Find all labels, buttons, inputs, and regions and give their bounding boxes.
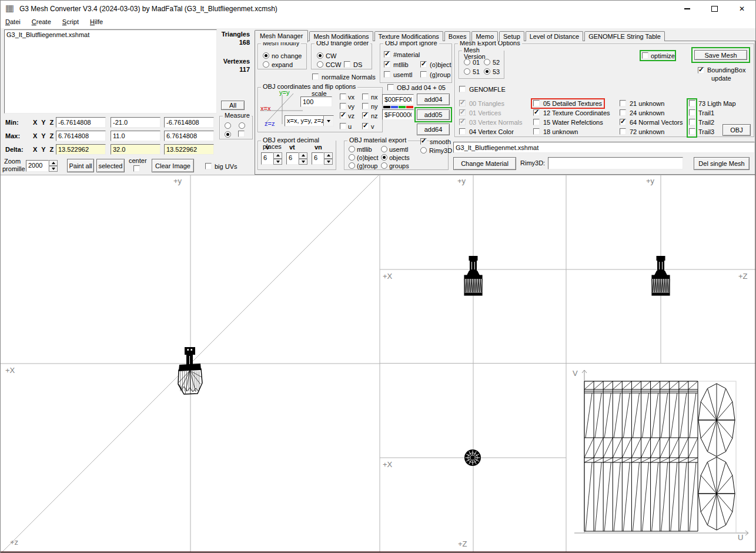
minimize-button[interactable] (674, 1, 701, 16)
mtllib-radio[interactable] (349, 146, 355, 152)
min-x-field[interactable] (56, 117, 106, 128)
flag-64-normal-vectors-checkbox[interactable] (620, 119, 626, 125)
cw-label[interactable]: CW (326, 52, 336, 59)
boundingbox-checkbox[interactable] (698, 67, 704, 74)
viewport-area[interactable]: +y +X +z +y +X +y +Z +X +Z V U (1, 175, 756, 553)
group-label[interactable]: (g)roup (430, 71, 450, 78)
u-checkbox[interactable] (340, 123, 346, 129)
vy-label[interactable]: vy (348, 103, 354, 110)
flag-trail2-checkbox[interactable] (689, 119, 695, 125)
usemtl-label[interactable]: usemtl (393, 71, 412, 78)
expand-radio[interactable] (263, 61, 269, 68)
optimize-label[interactable]: optimize (651, 52, 675, 59)
add05-button[interactable]: add05 (417, 109, 450, 120)
vx-label[interactable]: vx (348, 94, 354, 101)
flag-12-texture-coordinates-label[interactable]: 12 Texture Coordinates (543, 109, 610, 116)
usemtl-export-label[interactable]: usemtl (389, 146, 408, 153)
del-single-mesh-button[interactable]: Del single Mesh (694, 157, 750, 170)
group-radio[interactable] (349, 162, 355, 169)
flag-15-water-refelctions-label[interactable]: 15 Water Refelctions (543, 119, 603, 126)
tab-texture-modifications[interactable]: Texture Modifications (374, 31, 443, 41)
normalize-normals-checkbox[interactable] (312, 74, 319, 80)
rimy3d-radio[interactable] (420, 147, 427, 154)
max-x-field[interactable] (56, 131, 106, 141)
ds-label[interactable]: DS (353, 61, 362, 68)
usemtl-radio[interactable] (381, 146, 387, 152)
viewport-canvas[interactable] (1, 175, 756, 553)
measure-radio-1[interactable] (225, 122, 231, 129)
version-01-label[interactable]: 01 (473, 59, 480, 66)
cw-radio[interactable] (317, 52, 323, 59)
ccw-radio[interactable] (317, 61, 323, 68)
flag-24-unknown-checkbox[interactable] (620, 109, 626, 116)
big-uvs-label[interactable]: big UVs (215, 163, 237, 170)
no-change-label[interactable]: no change (272, 52, 302, 59)
rimy3d-export-label[interactable]: Rimy3D (429, 147, 452, 154)
usemtl-checkbox[interactable] (384, 71, 390, 78)
decimal-v-value[interactable]: 6 (261, 152, 273, 165)
mtllib-export-label[interactable]: mtllib (357, 146, 372, 153)
spin-down-icon[interactable] (49, 166, 58, 172)
close-button[interactable]: ✕ (728, 1, 755, 16)
smooth-checkbox[interactable] (420, 138, 427, 145)
smooth-label[interactable]: smooth (430, 138, 451, 145)
flag-24-unknown-label[interactable]: 24 unknown (630, 109, 664, 116)
spin-down-icon[interactable] (273, 159, 282, 165)
nx-checkbox[interactable] (362, 94, 369, 100)
flag-21-unknown-label[interactable]: 21 unknown (630, 100, 664, 107)
dropdown-arrow-icon[interactable] (323, 116, 333, 126)
object-checkbox[interactable] (420, 61, 427, 68)
measure-checkbox[interactable] (238, 131, 245, 137)
add64-button[interactable]: add64 (417, 124, 450, 135)
version-51-label[interactable]: 51 (473, 68, 480, 75)
tab-mesh-modifikations[interactable]: Mesh Modifikations (309, 31, 373, 41)
object-export-label[interactable]: (o)bject (357, 154, 379, 161)
version-52-radio[interactable] (484, 59, 490, 65)
group-export-label[interactable]: (g)roup (357, 162, 377, 169)
scale-field[interactable] (300, 96, 332, 107)
flag-trail1-checkbox[interactable] (689, 109, 695, 116)
nz-label[interactable]: nz (371, 112, 378, 119)
clear-image-button[interactable]: Clear Image (152, 159, 194, 172)
genomfle-checkbox[interactable] (459, 86, 466, 92)
tab-memo[interactable]: Memo (471, 31, 498, 41)
menu-hilfe[interactable]: Hilfe (85, 16, 108, 27)
boundingbox-label-line2[interactable]: update (711, 75, 731, 82)
flag-trail1-label[interactable]: Trail1 (698, 109, 714, 116)
expand-label[interactable]: expand (272, 61, 293, 68)
flag-64-normal-vectors-label[interactable]: 64 Normal Vectors (630, 119, 683, 126)
ny-checkbox[interactable] (362, 103, 369, 109)
rimy3d-field[interactable] (548, 157, 683, 169)
version-52-label[interactable]: 52 (493, 59, 500, 66)
flag-trail3-checkbox[interactable] (689, 128, 695, 135)
flag-trail2-label[interactable]: Trail2 (698, 119, 714, 126)
measure-radio-2[interactable] (239, 122, 245, 129)
vy-checkbox[interactable] (340, 103, 346, 109)
material-checkbox[interactable] (384, 51, 390, 58)
vz-checkbox[interactable] (340, 112, 346, 119)
menu-create[interactable]: Create (27, 16, 56, 27)
flag-72-unknown-checkbox[interactable] (620, 128, 626, 135)
decimal-vn-stepper[interactable]: 6 (312, 152, 333, 165)
spin-down-icon[interactable] (299, 159, 307, 165)
version-51-radio[interactable] (464, 68, 470, 75)
flag-18-unknown-label[interactable]: 18 unknown (543, 128, 578, 135)
mtllib-checkbox[interactable] (384, 61, 390, 68)
decimal-vn-value[interactable]: 6 (312, 152, 324, 165)
version-01-radio[interactable] (464, 59, 470, 65)
tab-boxes[interactable]: Boxes (444, 31, 471, 41)
group-checkbox[interactable] (420, 71, 427, 78)
flag-04-vertex-color-checkbox[interactable] (459, 128, 466, 135)
tab-setup[interactable]: Setup (499, 31, 524, 41)
objects-export-label[interactable]: objects (389, 154, 410, 161)
zoom-promille-stepper[interactable]: 2000 (26, 160, 58, 172)
center-label[interactable]: center (129, 157, 147, 164)
tab-genomfle-string-table[interactable]: GENOMFLE String Table (584, 31, 665, 41)
center-checkbox[interactable] (133, 165, 140, 172)
flag-05-detailed-textures-checkbox[interactable] (533, 100, 540, 106)
ny-label[interactable]: ny (371, 103, 378, 110)
object-label[interactable]: (o)bject (430, 61, 451, 68)
mesh-file-field[interactable] (453, 142, 755, 153)
obj-add-checkbox[interactable] (387, 84, 394, 91)
groups-export-label[interactable]: groups (389, 162, 409, 169)
